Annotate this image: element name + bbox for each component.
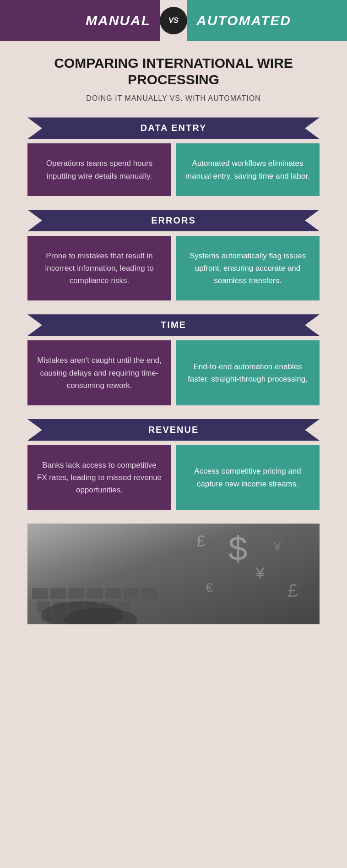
title-section: COMPARING INTERNATIONAL WIRE PROCESSING … bbox=[0, 41, 347, 113]
category-banner-revenue: REVENUE bbox=[27, 419, 320, 441]
category-banner-data-entry: DATA ENTRY bbox=[27, 117, 320, 139]
svg-rect-3 bbox=[50, 588, 66, 599]
comparison-row-revenue: Banks lack access to competitive FX rate… bbox=[27, 445, 320, 510]
svg-rect-2 bbox=[32, 588, 48, 599]
manual-text-revenue: Banks lack access to competitive FX rate… bbox=[37, 459, 162, 497]
comparison-row-data-entry: Operations teams spend hours inputting w… bbox=[27, 143, 320, 196]
automated-text-revenue: Access competitive pricing and capture n… bbox=[185, 465, 310, 490]
svg-rect-4 bbox=[69, 588, 85, 599]
vs-circle: VS bbox=[160, 7, 187, 34]
manual-label: MANUAL bbox=[86, 13, 151, 28]
manual-text-time: Mistakes aren't caught until the end, ca… bbox=[37, 354, 162, 392]
svg-rect-6 bbox=[105, 588, 121, 599]
svg-text:€: € bbox=[206, 580, 213, 595]
manual-text-data-entry: Operations teams spend hours inputting w… bbox=[37, 157, 162, 182]
automated-text-data-entry: Automated workflows eliminates manual en… bbox=[185, 157, 310, 182]
automated-cell-time: End-to-end automation enables faster, st… bbox=[176, 340, 320, 405]
main-title: COMPARING INTERNATIONAL WIRE PROCESSING bbox=[37, 55, 310, 88]
automated-text-time: End-to-end automation enables faster, st… bbox=[185, 360, 310, 385]
svg-text:¥: ¥ bbox=[273, 540, 281, 554]
header-automated-side: AUTOMATED bbox=[187, 0, 347, 41]
category-label-data-entry: DATA ENTRY bbox=[141, 123, 206, 133]
manual-cell-time: Mistakes aren't caught until the end, ca… bbox=[27, 340, 171, 405]
page-wrapper: MANUAL VS AUTOMATED COMPARING INTERNATIO… bbox=[0, 0, 347, 624]
svg-rect-5 bbox=[87, 588, 103, 599]
svg-text:$: $ bbox=[228, 530, 248, 568]
category-banner-time: TIME bbox=[27, 314, 320, 336]
comparison-row-errors: Prone to mistakes that result in incorre… bbox=[27, 236, 320, 301]
manual-cell-revenue: Banks lack access to competitive FX rate… bbox=[27, 445, 171, 510]
automated-label: AUTOMATED bbox=[196, 13, 291, 28]
subtitle: DOING IT MANUALLY VS. WITH AUTOMATION bbox=[37, 93, 310, 104]
keyboard-visual: $ £ ¥ £ € ¥ bbox=[27, 524, 320, 624]
comparison-row-time: Mistakes aren't caught until the end, ca… bbox=[27, 340, 320, 405]
header-banner: MANUAL VS AUTOMATED bbox=[0, 0, 347, 41]
category-label-errors: ERRORS bbox=[151, 215, 196, 225]
svg-text:£: £ bbox=[287, 580, 298, 601]
automated-cell-revenue: Access competitive pricing and capture n… bbox=[176, 445, 320, 510]
category-label-time: TIME bbox=[161, 320, 186, 330]
svg-text:£: £ bbox=[196, 532, 205, 550]
svg-rect-8 bbox=[141, 588, 157, 599]
manual-cell-errors: Prone to mistakes that result in incorre… bbox=[27, 236, 171, 301]
category-banner-errors: ERRORS bbox=[27, 210, 320, 231]
manual-cell-data-entry: Operations teams spend hours inputting w… bbox=[27, 143, 171, 196]
svg-rect-7 bbox=[123, 588, 139, 599]
automated-text-errors: Systems automatically flag issues upfron… bbox=[185, 250, 310, 287]
automated-cell-errors: Systems automatically flag issues upfron… bbox=[176, 236, 320, 301]
manual-text-errors: Prone to mistakes that result in incorre… bbox=[37, 250, 162, 287]
header-manual-side: MANUAL bbox=[0, 0, 160, 41]
svg-text:¥: ¥ bbox=[255, 564, 265, 582]
bottom-image: $ £ ¥ £ € ¥ bbox=[27, 524, 320, 624]
vs-label: VS bbox=[168, 16, 178, 25]
automated-cell-data-entry: Automated workflows eliminates manual en… bbox=[176, 143, 320, 196]
category-label-revenue: REVENUE bbox=[148, 425, 199, 435]
